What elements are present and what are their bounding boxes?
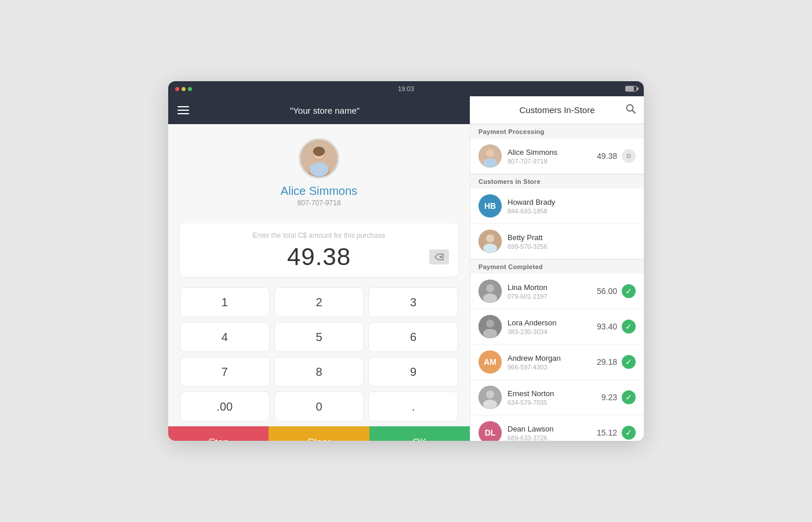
svg-point-17 [486, 284, 494, 292]
key-5[interactable]: 5 [274, 322, 364, 352]
section-payment-completed: Payment Completed [470, 259, 644, 274]
customer-row-betty[interactable]: Betty Pratt 699-570-3256 [470, 224, 644, 259]
customer-phone-alice: 807-707-9718 [507, 158, 597, 165]
key-1[interactable]: 1 [180, 287, 270, 317]
dot-green[interactable] [188, 87, 192, 91]
battery-fill [626, 86, 634, 91]
customer-row-andrew[interactable]: AM Andrew Morgan 966-597-4303 29.18 ✓ [470, 345, 644, 380]
hamburger-line-3 [177, 113, 189, 114]
customer-row-lina[interactable]: Lina Morton 079-601-2197 56.00 ✓ [470, 274, 644, 309]
svg-point-23 [486, 390, 494, 398]
customer-amount-lora: 93.40 [597, 322, 617, 331]
device-frame: 19:03 "Your store name" [168, 81, 644, 441]
customer-name-dean: Dean Lawson [507, 425, 597, 433]
clear-button[interactable]: Clear [269, 426, 369, 441]
svg-point-21 [483, 329, 497, 338]
key-3[interactable]: 3 [368, 287, 458, 317]
backspace-icon [434, 253, 444, 260]
user-profile: Alice Simmons 807-707-9718 [168, 124, 470, 214]
customer-info-andrew: Andrew Morgan 966-597-4303 [507, 354, 597, 371]
customer-name-andrew: Andrew Morgan [507, 354, 597, 362]
customer-amount-lina: 56.00 [597, 287, 617, 296]
dot-yellow[interactable] [182, 87, 186, 91]
customer-row-ernest[interactable]: Ernest Norton 634-579-7035 9.23 ✓ [470, 380, 644, 415]
svg-point-5 [310, 162, 329, 176]
customer-info-alice: Alice Simmons 807-707-9718 [507, 148, 597, 165]
customer-info-lina: Lina Morton 079-601-2197 [507, 283, 597, 300]
key-dot[interactable]: . [368, 392, 458, 422]
keypad: 1 2 3 4 5 6 7 8 9 .00 0 . [168, 282, 470, 426]
status-complete-andrew: ✓ [622, 355, 636, 369]
left-panel: "Your store name" Alice Simmons 807-707-… [168, 96, 470, 441]
key-0[interactable]: 0 [274, 392, 364, 422]
customer-avatar-betty [478, 230, 502, 253]
customer-amount-dean: 15.12 [597, 428, 617, 437]
customer-amount-ernest: 9.23 [601, 393, 617, 402]
status-complete-lina: ✓ [622, 284, 636, 298]
store-name: "Your store name" [189, 106, 461, 115]
customer-phone-ernest: 634-579-7035 [507, 399, 601, 406]
svg-line-9 [633, 111, 636, 114]
status-complete-lora: ✓ [622, 320, 636, 334]
customer-phone-lora: 383-230-3034 [507, 328, 597, 335]
ok-button[interactable]: OK [369, 426, 470, 441]
customer-info-howard: Howard Brady 844-693-1858 [507, 198, 636, 215]
action-buttons: Stop Clear OK [168, 426, 470, 441]
section-customers-in-store: Customers in Store [470, 174, 644, 188]
customer-name-howard: Howard Brady [507, 198, 636, 206]
customer-row-lora[interactable]: Lora Anderson 383-230-3034 93.40 ✓ [470, 309, 644, 345]
status-processing-alice: ⚙ [622, 149, 636, 163]
status-bar: 19:03 [168, 81, 644, 96]
key-8[interactable]: 8 [274, 357, 364, 387]
main-content: "Your store name" Alice Simmons 807-707-… [168, 96, 644, 441]
battery-icon [625, 86, 637, 92]
right-header: Customers In-Store [470, 96, 644, 124]
dot-red[interactable] [175, 87, 179, 91]
svg-point-12 [483, 158, 497, 168]
svg-point-11 [486, 149, 494, 157]
customer-amount-andrew: 29.18 [597, 357, 617, 367]
svg-point-24 [483, 400, 497, 409]
status-complete-dean: ✓ [622, 426, 636, 440]
customer-avatar-alice [478, 144, 502, 168]
customer-name-lora: Lora Anderson [507, 318, 597, 327]
right-panel-title: Customers In-Store [519, 105, 594, 115]
avatar-image [300, 138, 338, 179]
customer-row-howard[interactable]: HB Howard Brady 844-693-1858 [470, 188, 644, 224]
stop-button[interactable]: Stop [168, 426, 269, 441]
key-4[interactable]: 4 [180, 322, 270, 352]
hamburger-line-1 [177, 106, 189, 107]
avatar [299, 138, 339, 179]
svg-point-18 [483, 293, 497, 303]
customer-avatar-ernest [478, 386, 502, 409]
backspace-button[interactable] [429, 249, 449, 264]
key-7[interactable]: 7 [180, 357, 270, 387]
customer-row-dean[interactable]: DL Dean Lawson 689-633-3726 15.12 ✓ [470, 415, 644, 441]
customer-phone-betty: 699-570-3256 [507, 243, 636, 250]
right-panel: Customers In-Store Payment Processing [470, 96, 644, 441]
customer-name-lina: Lina Morton [507, 283, 597, 292]
svg-point-20 [486, 320, 494, 328]
key-6[interactable]: 6 [368, 322, 458, 352]
customer-info-betty: Betty Pratt 699-570-3256 [507, 233, 636, 250]
left-header: "Your store name" [168, 96, 470, 124]
search-button[interactable] [626, 104, 636, 116]
key-9[interactable]: 9 [368, 357, 458, 387]
customer-info-lora: Lora Anderson 383-230-3034 [507, 318, 597, 335]
customer-row-alice[interactable]: Alice Simmons 807-707-9718 49.38 ⚙ [470, 139, 644, 174]
key-double-zero[interactable]: .00 [180, 392, 270, 422]
user-phone: 807-707-9718 [298, 199, 341, 207]
customer-amount-alice: 49.38 [597, 151, 617, 161]
svg-point-8 [627, 105, 633, 111]
customer-phone-lina: 079-601-2197 [507, 293, 597, 300]
amount-value: 49.38 [287, 243, 351, 271]
customer-avatar-andrew: AM [478, 350, 502, 374]
menu-button[interactable] [177, 106, 189, 114]
key-2[interactable]: 2 [274, 287, 364, 317]
customer-avatar-howard: HB [478, 194, 502, 217]
customer-phone-andrew: 966-597-4303 [507, 364, 597, 371]
hamburger-line-2 [177, 110, 189, 111]
amount-section: Enter the total C$ amount for this purch… [180, 223, 458, 277]
window-controls [175, 87, 192, 91]
status-time: 19:03 [398, 85, 414, 92]
